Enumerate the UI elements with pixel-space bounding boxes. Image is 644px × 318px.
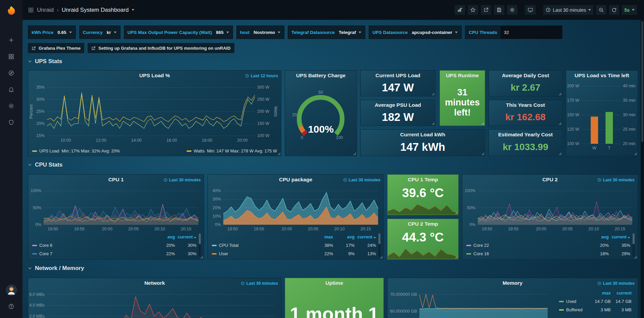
axis-tick-label: 100 W — [567, 141, 579, 146]
configuration-gear-icon[interactable] — [4, 99, 18, 113]
dashboards-icon[interactable] — [4, 49, 18, 63]
section-header-ups-stats[interactable]: UPS Stats — [28, 58, 62, 65]
clock-icon — [546, 7, 551, 12]
legend-series[interactable]: Core 6 — [32, 243, 153, 248]
variable-cpu-threads-input[interactable] — [501, 26, 562, 39]
breadcrumb-title[interactable]: Unraid System Dashboard — [62, 7, 129, 13]
legend-series[interactable]: Used — [559, 299, 590, 304]
axis-tick-label: 300 W — [257, 85, 269, 90]
panel-title[interactable]: CPU 2 Temp — [387, 219, 458, 229]
legend-series-name: UPS Load — [39, 148, 59, 153]
legend-value: 29% — [609, 251, 630, 256]
star-button[interactable] — [467, 5, 478, 15]
panel-time-range[interactable]: Last 30 minutes — [597, 281, 635, 286]
server-admin-shield-icon[interactable] — [4, 115, 18, 129]
section-header-network-memory[interactable]: Network / Memory — [28, 265, 84, 272]
create-icon[interactable] — [4, 33, 18, 47]
refresh-interval-select[interactable]: 5s — [622, 5, 637, 15]
variable-value-dropdown[interactable]: 0.65 — [57, 30, 75, 35]
legend-scrollbar[interactable] — [633, 233, 635, 257]
cpu1-chart[interactable]: 100%50%0%19:5019:5520:0020:0520:1020:15 — [28, 175, 204, 235]
network-chart[interactable]: 6.0 MBs4.0 MBs2.0 MBs — [28, 278, 281, 318]
memory-legend: max current Used 14.7 GB 14.7 GB Buffere… — [559, 289, 632, 314]
legend-series[interactable]: CPU Total — [212, 243, 312, 248]
legend-series[interactable]: Core 22 — [466, 243, 587, 248]
cpu2-chart[interactable]: 100%50%0%19:5019:5520:0020:0520:1020:15 — [462, 175, 638, 235]
dashboard-settings-button[interactable] — [507, 5, 518, 15]
axis-tick-label: 100% — [31, 188, 41, 193]
axis-tick-label: 20:05 — [562, 227, 572, 231]
legend-series-watts[interactable]: Watts Min: 147 W Max: 278 W Avg: 175 W — [187, 148, 277, 153]
memory-chart[interactable]: 70.000000 GB60.000000 GB50.000000 GB — [387, 278, 555, 318]
time-range-picker[interactable]: Last 30 minutes — [543, 5, 594, 15]
ups-load-chart[interactable]: 35%30%25%20%15%300 W250 W200 W150 W100 W… — [28, 71, 281, 156]
dashboard-link-plex-theme[interactable]: Grafana Plex Theme — [28, 43, 84, 53]
legend-value: 9% — [333, 251, 355, 256]
share-button[interactable] — [480, 5, 492, 15]
legend-header-current[interactable]: current — [609, 234, 630, 239]
breadcrumb-caret-icon[interactable] — [132, 9, 134, 11]
panel-cpu-package: CPU package Last 30 minutes 40%30%20%10%… — [208, 174, 384, 260]
explore-icon[interactable] — [4, 66, 18, 80]
variable-value-dropdown[interactable]: 865 — [215, 30, 233, 35]
cpu1-legend: avg current Core 6 20% 30% Core 7 22% 30… — [32, 233, 196, 258]
legend-series[interactable]: Buffered — [559, 307, 590, 312]
legend-scrollbar[interactable] — [378, 233, 380, 257]
axis-tick-label: Watts — [273, 106, 278, 117]
breadcrumb-folder[interactable]: Unraid — [37, 7, 54, 13]
legend-header: max avg current — [212, 233, 376, 241]
page-scrollbar[interactable] — [641, 20, 644, 318]
sidebar — [0, 0, 22, 318]
legend-series[interactable]: Core 16 — [466, 251, 587, 256]
variable-value-dropdown[interactable]: kr — [106, 30, 120, 35]
legend-series-ups-load[interactable]: UPS Load Min: 17% Max: 32% Avg: 20% — [32, 148, 120, 153]
dashboard-link-ups-guide[interactable]: Setting up Grafana and InfluxDB for UPS … — [88, 43, 234, 53]
caret-down-icon — [455, 32, 458, 33]
axis-tick-label: 19:55 — [254, 227, 264, 231]
panel-title[interactable]: Uptime — [285, 278, 383, 288]
legend-header-avg[interactable]: avg — [587, 234, 609, 239]
variable-value-dropdown[interactable]: Nostromo — [253, 30, 284, 35]
legend-header-avg[interactable]: avg — [153, 234, 175, 239]
panel-title[interactable]: UPS Battery Charge — [285, 71, 357, 81]
user-avatar[interactable] — [6, 284, 17, 296]
refresh-button[interactable] — [609, 5, 619, 15]
legend-header-current[interactable]: current — [175, 234, 196, 239]
scrollbar-thumb[interactable] — [641, 21, 643, 142]
zoom-out-button[interactable] — [596, 5, 607, 15]
grafana-logo[interactable] — [4, 3, 19, 18]
top-navbar: Unraid › Unraid System Dashboard Last 30… — [22, 0, 644, 20]
variable-value-dropdown[interactable]: apcupsd-container — [411, 30, 461, 35]
legend-value: 17% — [333, 243, 355, 248]
stat-value: 1 month 1 — [285, 303, 383, 318]
axis-tick-label: 20:10 — [154, 227, 165, 231]
axis-tick-label: Percent — [29, 104, 34, 119]
add-panel-button[interactable] — [454, 5, 465, 15]
battery-gauge-chart[interactable]: 02050100 — [285, 81, 357, 156]
axis-tick-label: W — [592, 146, 596, 150]
legend-header-avg[interactable]: avg — [333, 234, 355, 239]
legend-header-current[interactable]: current — [355, 234, 376, 239]
legend-header-max[interactable]: max — [590, 290, 611, 296]
legend-series[interactable]: Core 7 — [32, 251, 153, 256]
legend-series[interactable]: User — [212, 251, 312, 256]
panel-title[interactable]: CPU 1 Temp — [387, 175, 458, 185]
axis-tick-label: 70.000000 GB — [390, 292, 417, 297]
legend-scrollbar[interactable] — [199, 233, 201, 257]
save-button[interactable] — [494, 5, 505, 15]
section-header-cpu-stats[interactable]: CPU Stats — [28, 162, 62, 168]
variable-value-dropdown[interactable]: Telegraf — [338, 30, 365, 35]
panel-cpu-2-temp: CPU 2 Temp 44.3 °C — [387, 219, 459, 260]
alerting-bell-icon[interactable] — [4, 82, 18, 96]
external-link-icon — [91, 46, 96, 50]
help-icon[interactable] — [4, 299, 18, 313]
axis-tick-label: 200 W — [257, 109, 269, 114]
legend-header-current[interactable]: current — [611, 290, 632, 296]
variable-label: Currency — [80, 30, 106, 35]
legend-header-max[interactable]: max — [312, 234, 333, 239]
cycle-view-button[interactable] — [524, 5, 536, 15]
ups-vs-time-bar-chart[interactable]: 200 W175 W150 W125 W100 W40 min35 min30 … — [566, 71, 638, 154]
cpu-package-chart[interactable]: 40%30%20%10%0%19:5019:5520:0020:0520:102… — [208, 175, 383, 235]
legend-row: Used 14.7 GB 14.7 GB — [559, 297, 632, 306]
panel-ups-battery-charge: UPS Battery Charge 02050100 100% — [285, 70, 357, 156]
